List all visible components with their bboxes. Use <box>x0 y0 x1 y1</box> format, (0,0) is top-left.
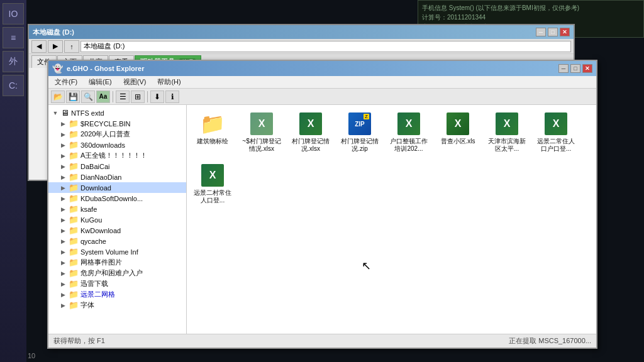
tree-font-label: 字体 <box>80 300 94 310</box>
tree-item-sysvolume[interactable]: ▶ 📁 System Volume Inf <box>48 246 186 257</box>
tree-item-kugou[interactable]: ▶ 📁 KuGou <box>48 214 186 225</box>
tree-kwdownload-icon: 📁 <box>69 226 79 235</box>
menu-edit[interactable]: 编辑(E) <box>86 77 114 87</box>
tree-root-label: NTFS extd <box>71 109 104 117</box>
toolbar-extract-btn[interactable]: ⬇ <box>150 90 164 103</box>
tree-qycache-label: qycache <box>80 238 106 245</box>
file-icon-temp-xlsx <box>249 111 274 136</box>
tree-qycache-icon: 📁 <box>69 236 79 246</box>
ghost-explorer-window: 👻 e.GHO - Ghost Explorer ─ □ ✕ 文件(F) 编辑(… <box>47 60 597 349</box>
tree-kugou-expand: ▶ <box>58 216 67 224</box>
ghost-toolbar: 📂 💾 🔍 Aa ☰ ⊞ ⬇ ℹ <box>48 89 596 105</box>
bg-explorer-titlebar: 本地磁盘 (D:) ─ □ ✕ <box>29 25 574 39</box>
tree-item-weihu[interactable]: ▶ 📁 危房户和困难户入户 <box>48 268 186 278</box>
tree-weihu-label: 危房户和困难户入户 <box>80 268 143 278</box>
tree-item-xundian[interactable]: ▶ 📁 迅雷下载 <box>48 278 186 289</box>
toolbar-search-btn[interactable]: 🔍 <box>81 90 95 103</box>
tree-weihu-expand: ▶ <box>58 269 67 278</box>
tree-kugou-label: KuGou <box>80 216 102 224</box>
tree-yuanjing-expand: ▶ <box>58 290 67 299</box>
file-name-village-xlsx: 村门牌登记情况.xlsx <box>291 138 330 153</box>
tree-kugou-icon: 📁 <box>69 215 79 224</box>
file-icon-jianzhu: 📁 <box>200 111 225 136</box>
toolbar-text-btn[interactable]: Aa <box>96 90 110 103</box>
tree-item-kduba[interactable]: ▶ 📁 KDubaSoftDownlo... <box>48 193 186 204</box>
ghost-titlebar-controls: ─ □ ✕ <box>558 64 592 73</box>
file-icon-training-xlsx <box>396 111 421 136</box>
menu-help[interactable]: 帮助(H) <box>155 77 183 87</box>
tree-xundian-expand: ▶ <box>58 280 67 288</box>
tree-recycle-expand: ▶ <box>58 119 67 128</box>
menu-file[interactable]: 文件(F) <box>52 77 80 87</box>
tree-item-awang[interactable]: ▶ 📁 A王全镜！！！！！！ <box>48 150 186 161</box>
toolbar-floppy-btn[interactable]: 💾 <box>66 90 80 103</box>
tree-item-360[interactable]: ▶ 📁 360downloads <box>48 140 186 150</box>
bg-explorer-toolbar: ◀ ▶ ↑ 本地磁盘 (D:) <box>29 39 574 54</box>
tree-item-dabaicai[interactable]: ▶ 📁 DaBaiCai <box>48 161 186 172</box>
ghost-maximize-btn[interactable]: □ <box>570 64 580 73</box>
file-item-training-xlsx[interactable]: 户口整顿工作培训202... <box>387 109 431 155</box>
toolbar-folder-btn[interactable]: 📂 <box>51 90 65 103</box>
tree-diannao-expand: ▶ <box>58 173 67 182</box>
xlsx-yuanjing2-pop-icon <box>201 164 224 187</box>
tree-yuanjing-label: 远景二网格 <box>80 290 115 299</box>
ghost-minimize-btn[interactable]: ─ <box>558 64 569 73</box>
file-item-village-xlsx[interactable]: 村门牌登记情况.xlsx <box>289 109 333 155</box>
sidebar-icon-3[interactable]: 外 <box>3 51 24 72</box>
bg-explorer-title: 本地磁盘 (D:) <box>33 28 74 37</box>
statusbar-help-text: 获得帮助，按 F1 <box>53 336 105 346</box>
page-number: 10 <box>28 352 35 359</box>
tree-xundian-icon: 📁 <box>69 279 79 288</box>
address-bar[interactable]: 本地磁盘 (D:) <box>80 41 571 52</box>
file-name-tianjin-xlsx: 天津市滨海新区太平... <box>487 138 526 153</box>
tree-item-qycache[interactable]: ▶ 📁 qycache <box>48 236 186 246</box>
file-icon-yuanjing2-pop <box>200 163 225 188</box>
ghost-close-btn[interactable]: ✕ <box>582 64 592 73</box>
toolbar-properties-btn[interactable]: ℹ <box>165 90 179 103</box>
file-item-temp-xlsx[interactable]: ~$村门牌登记情况.xlsx <box>240 109 284 155</box>
bg-minimize-btn[interactable]: ─ <box>536 28 546 36</box>
tree-item-recycle[interactable]: ▶ 📁 $RECYCLE.BIN <box>48 118 186 129</box>
file-item-yuanjing2-hh[interactable]: 远景二常住人口户口登... <box>534 109 578 155</box>
tree-item-yuanjing[interactable]: ▶ 📁 远景二网格 <box>48 289 186 300</box>
tree-item-ksafe[interactable]: ▶ 📁 ksafe <box>48 204 186 214</box>
tree-2020-expand: ▶ <box>58 130 67 139</box>
tree-wangge-label: 网格事件图片 <box>80 258 122 267</box>
file-panel: 📁 建筑物标绘 ~$村门牌登记情况.xlsx 村门牌登记情况.x <box>187 105 596 334</box>
file-item-jianzhu[interactable]: 📁 建筑物标绘 <box>191 109 235 155</box>
toolbar-separator <box>113 91 113 102</box>
file-item-village-zip[interactable]: Z ZIP 村门牌登记情况.zip <box>338 109 382 155</box>
tree-item-2020[interactable]: ▶ 📁 2020年人口普查 <box>48 129 186 140</box>
toolbar-grid-btn[interactable]: ⊞ <box>131 90 145 103</box>
tree-item-kwdownload[interactable]: ▶ 📁 KwDownload <box>48 225 186 236</box>
menu-view[interactable]: 视图(V) <box>121 77 149 87</box>
tree-panel: ▼ 🖥 NTFS extd ▶ 📁 $RECYCLE.BIN ▶ 📁 2020年… <box>48 105 187 334</box>
tree-item-diannao[interactable]: ▶ 📁 DianNaoDian <box>48 172 186 182</box>
file-item-yuanjing2-pop[interactable]: 远景二村常住人口登... <box>191 160 235 207</box>
bg-close-btn[interactable]: ✕ <box>560 28 570 36</box>
file-item-census-xls[interactable]: X 普查小区.xls <box>436 109 480 155</box>
tree-kduba-label: KDubaSoftDownlo... <box>80 195 143 202</box>
nav-back-btn[interactable]: ◀ <box>31 40 47 53</box>
tree-recycle-icon: 📁 <box>69 119 79 128</box>
tree-diannao-label: DianNaoDian <box>80 173 121 181</box>
tree-sysvolume-label: System Volume Inf <box>80 248 138 256</box>
toolbar-list-btn[interactable]: ☰ <box>116 90 130 103</box>
tree-recycle-label: $RECYCLE.BIN <box>80 120 130 128</box>
sidebar-icon-2[interactable]: ≡ <box>3 27 24 48</box>
tree-item-font[interactable]: ▶ 📁 字体 <box>48 300 186 310</box>
tree-item-download[interactable]: ▶ 📁 Download <box>48 182 186 193</box>
tree-root[interactable]: ▼ 🖥 NTFS extd <box>48 107 186 118</box>
tree-item-wangge[interactable]: ▶ 📁 网格事件图片 <box>48 257 186 268</box>
sidebar-icon-4[interactable]: C: <box>3 75 24 96</box>
tree-ksafe-label: ksafe <box>80 206 97 213</box>
zip-icon: Z ZIP <box>348 112 371 135</box>
nav-up-btn[interactable]: ↑ <box>64 40 79 53</box>
sidebar-icon-1[interactable]: IO <box>3 3 24 25</box>
tree-download-expand: ▶ <box>58 184 67 192</box>
file-item-tianjin-xlsx[interactable]: 天津市滨海新区太平... <box>485 109 529 155</box>
bg-maximize-btn[interactable]: □ <box>548 28 558 36</box>
tree-ksafe-icon: 📁 <box>69 204 79 214</box>
statusbar-extract-text: 正在提取 MSCS_167000... <box>509 336 591 346</box>
nav-forward-btn[interactable]: ▶ <box>48 40 63 53</box>
